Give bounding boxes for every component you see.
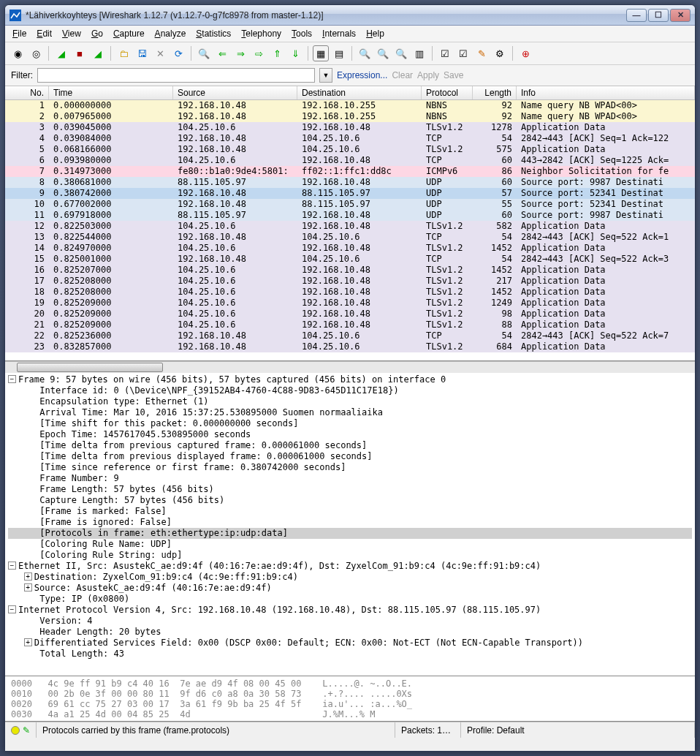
resize-columns-icon[interactable]: ▥: [411, 45, 427, 61]
detail-line[interactable]: Total Length: 43: [8, 649, 692, 659]
packet-row[interactable]: 90.380742000192.168.10.4888.115.105.97UD…: [5, 188, 695, 199]
expression-link[interactable]: Expression...: [337, 70, 387, 80]
packet-row[interactable]: 60.093980000104.25.10.6192.168.10.48TCP6…: [5, 155, 695, 166]
filter-input[interactable]: [37, 68, 315, 83]
packet-list-hscrollbar[interactable]: [5, 361, 695, 373]
packet-row[interactable]: 30.039045000104.25.10.6192.168.10.48TLSv…: [5, 122, 695, 133]
menu-analyze[interactable]: Analyze: [151, 27, 191, 40]
detail-line[interactable]: [Time shift for this packet: 0.000000000…: [8, 418, 692, 429]
maximize-button[interactable]: ☐: [648, 9, 669, 22]
packet-row[interactable]: 170.825208000104.25.10.6192.168.10.48TLS…: [5, 276, 695, 287]
find-icon[interactable]: 🔍: [196, 45, 212, 61]
menu-edit[interactable]: Edit: [32, 27, 56, 40]
packet-row[interactable]: 100.677002000192.168.10.4888.115.105.97U…: [5, 199, 695, 210]
col-header-length[interactable]: Length: [473, 86, 517, 99]
packet-row[interactable]: 160.825207000104.25.10.6192.168.10.48TLS…: [5, 265, 695, 276]
edit-icon[interactable]: ✎: [23, 725, 30, 736]
packet-row[interactable]: 190.825209000104.25.10.6192.168.10.48TLS…: [5, 298, 695, 309]
detail-line[interactable]: Arrival Time: Mar 10, 2016 15:37:25.5308…: [8, 407, 692, 418]
collapse-icon[interactable]: −: [8, 562, 16, 570]
packet-row[interactable]: 70.314973000fe80::b1a0:9de4:5801:ff02::1…: [5, 166, 695, 177]
detail-line[interactable]: [Time delta from previous displayed fram…: [8, 451, 692, 462]
detail-line[interactable]: Version: 4: [8, 616, 692, 627]
clear-link[interactable]: Clear: [392, 70, 413, 80]
packet-row[interactable]: 150.825001000192.168.10.48104.25.10.6TCP…: [5, 254, 695, 265]
detail-line[interactable]: −Frame 9: 57 bytes on wire (456 bits), 5…: [8, 374, 692, 385]
save-file-icon[interactable]: 🖫: [134, 45, 150, 61]
go-last-icon[interactable]: ⇓: [287, 45, 303, 61]
menu-view[interactable]: View: [58, 27, 85, 40]
expand-icon[interactable]: +: [24, 583, 32, 591]
zoom-out-icon[interactable]: 🔍: [375, 45, 391, 61]
packet-list-header[interactable]: No. Time Source Destination Protocol Len…: [5, 86, 695, 100]
options-icon[interactable]: ◎: [28, 45, 44, 61]
col-header-info[interactable]: Info: [517, 86, 695, 99]
menu-tools[interactable]: Tools: [287, 27, 316, 40]
menu-statistics[interactable]: Statistics: [191, 27, 235, 40]
detail-line[interactable]: Capture Length: 57 bytes (456 bits): [8, 495, 692, 506]
go-to-icon[interactable]: ⇨: [251, 45, 267, 61]
collapse-icon[interactable]: −: [8, 605, 16, 613]
menu-go[interactable]: Go: [87, 27, 107, 40]
detail-line[interactable]: [Time since reference or first frame: 0.…: [8, 462, 692, 473]
open-file-icon[interactable]: 🗀: [115, 45, 132, 61]
start-capture-icon[interactable]: ◢: [53, 45, 69, 61]
detail-line[interactable]: Type: IP (0x0800): [8, 594, 692, 605]
go-first-icon[interactable]: ⇑: [269, 45, 285, 61]
zoom-reset-icon[interactable]: 🔍: [393, 45, 409, 61]
packet-row[interactable]: 110.69791800088.115.105.97192.168.10.48U…: [5, 210, 695, 221]
packet-row[interactable]: 230.832857000192.168.10.48104.25.10.6TLS…: [5, 341, 695, 352]
detail-line[interactable]: Header Length: 20 bytes: [8, 627, 692, 638]
col-header-source[interactable]: Source: [173, 86, 297, 99]
packet-row[interactable]: 140.824970000104.25.10.6192.168.10.48TLS…: [5, 243, 695, 254]
detail-line[interactable]: Encapsulation type: Ethernet (1): [8, 396, 692, 407]
detail-line[interactable]: Frame Number: 9: [8, 473, 692, 484]
menu-capture[interactable]: Capture: [109, 27, 149, 40]
packet-row[interactable]: 20.007965000192.168.10.48192.168.10.255N…: [5, 111, 695, 122]
stop-capture-icon[interactable]: ■: [72, 45, 88, 61]
packet-row[interactable]: 40.039084000192.168.10.48104.25.10.6TCP5…: [5, 133, 695, 144]
detail-line[interactable]: +Differentiated Services Field: 0x00 (DS…: [8, 638, 692, 649]
detail-line[interactable]: +Destination: ZyxelCom_91:b9:c4 (4c:9e:f…: [8, 572, 692, 583]
detail-line[interactable]: [Coloring Rule String: udp]: [8, 550, 692, 561]
reload-icon[interactable]: ⟳: [170, 45, 186, 61]
packet-row[interactable]: 220.825236000192.168.10.48104.25.10.6TCP…: [5, 330, 695, 341]
packet-row[interactable]: 130.822544000192.168.10.48104.25.10.6TCP…: [5, 232, 695, 243]
detail-line[interactable]: [Protocols in frame: eth:ethertype:ip:ud…: [8, 528, 692, 539]
expand-icon[interactable]: +: [24, 572, 32, 581]
packet-details-pane[interactable]: −Frame 9: 57 bytes on wire (456 bits), 5…: [5, 373, 695, 676]
zoom-in-icon[interactable]: 🔍: [357, 45, 373, 61]
menu-help[interactable]: Help: [362, 27, 389, 40]
go-forward-icon[interactable]: ⇒: [232, 45, 248, 61]
expand-icon[interactable]: +: [24, 638, 32, 646]
colorize-icon[interactable]: ▦: [313, 45, 329, 61]
col-header-time[interactable]: Time: [49, 86, 173, 99]
go-back-icon[interactable]: ⇐: [214, 45, 230, 61]
status-packets[interactable]: Packets: 1…: [395, 722, 461, 738]
restart-capture-icon[interactable]: ◢: [90, 45, 106, 61]
preferences-icon[interactable]: ⚙: [492, 45, 508, 61]
interfaces-icon[interactable]: ◉: [9, 45, 26, 61]
status-profile[interactable]: Profile: Default: [461, 722, 695, 738]
detail-line[interactable]: +Source: AsustekC_ae:d9:4f (40:16:7e:ae:…: [8, 583, 692, 594]
packet-row[interactable]: 50.068166000192.168.10.48104.25.10.6TLSv…: [5, 144, 695, 155]
detail-line[interactable]: [Frame is marked: False]: [8, 506, 692, 517]
save-link[interactable]: Save: [444, 70, 463, 80]
packet-row[interactable]: 10.000000000192.168.10.48192.168.10.255N…: [5, 100, 695, 111]
col-header-protocol[interactable]: Protocol: [422, 86, 473, 99]
scrollbar-thumb[interactable]: [17, 363, 163, 372]
packet-list-pane[interactable]: No. Time Source Destination Protocol Len…: [5, 86, 695, 361]
packet-row[interactable]: 200.825209000104.25.10.6192.168.10.48TLS…: [5, 309, 695, 320]
detail-line[interactable]: Epoch Time: 1457617045.530895000 seconds: [8, 429, 692, 440]
titlebar[interactable]: *Lähiverkkoyhteys [Wireshark 1.12.7 (v1.…: [5, 5, 695, 26]
packet-row[interactable]: 120.822503000104.25.10.6192.168.10.48TLS…: [5, 221, 695, 232]
detail-line[interactable]: [Time delta from previous captured frame…: [8, 440, 692, 451]
menu-telephony[interactable]: Telephony: [237, 27, 286, 40]
apply-link[interactable]: Apply: [417, 70, 439, 80]
collapse-icon[interactable]: −: [8, 375, 16, 383]
close-file-icon[interactable]: ✕: [152, 45, 168, 61]
packet-row[interactable]: 80.38068100088.115.105.97192.168.10.48UD…: [5, 177, 695, 188]
detail-line[interactable]: Interface id: 0 (\Device\NPF_{39152AB4-4…: [8, 385, 692, 396]
display-filters-icon[interactable]: ☑: [455, 45, 471, 61]
packet-row[interactable]: 210.825209000104.25.10.6192.168.10.48TLS…: [5, 320, 695, 330]
